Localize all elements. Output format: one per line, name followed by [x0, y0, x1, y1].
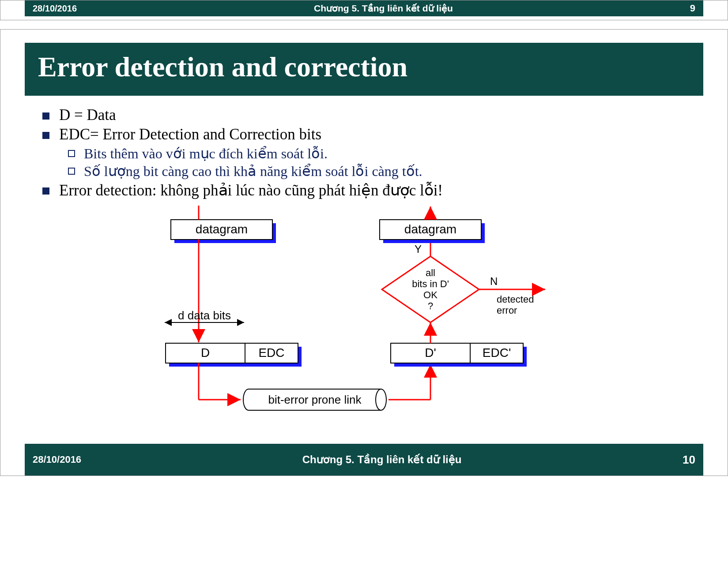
- check-line4: ?: [427, 300, 433, 311]
- square-bullet-icon: [42, 187, 49, 195]
- outline-square-bullet-icon: [68, 150, 75, 157]
- check-line1: all: [425, 267, 435, 278]
- bit-error-link-label: bit-error prone link: [268, 393, 362, 406]
- d-box-label: D: [200, 346, 209, 360]
- d-prime-box-label: D': [425, 346, 436, 360]
- y-label: Y: [414, 243, 421, 255]
- square-bullet-icon: [42, 132, 49, 139]
- datagram-left-label: datagram: [195, 222, 247, 236]
- square-bullet-icon: [42, 112, 49, 120]
- check-line3: OK: [423, 289, 438, 300]
- bullet-level1: Error detection: không phải lúc nào cũng…: [42, 181, 686, 199]
- bullet-text: Số lượng bit càng cao thì khả năng kiểm …: [84, 163, 422, 180]
- bullet-level1: D = Data: [42, 106, 686, 124]
- diagram: datagram d data bits D EDC: [42, 201, 686, 439]
- detected-label: detected: [497, 294, 534, 305]
- slide: Error detection and correction D = Data …: [25, 43, 703, 476]
- bullet-level1: EDC= Error Detection and Correction bits: [42, 126, 686, 143]
- svg-point-14: [376, 389, 386, 410]
- bullet-text: D = Data: [59, 106, 116, 124]
- footer-page-number: 10: [683, 453, 695, 467]
- slide-container: Error detection and correction D = Data …: [0, 29, 728, 476]
- edc-box-label: EDC: [258, 346, 284, 360]
- check-line2: bits in D': [412, 278, 449, 289]
- bullet-text: Error detection: không phải lúc nào cũng…: [59, 181, 443, 199]
- slide-footer: 28/10/2016 Chương 5. Tầng liên kết dữ li…: [25, 444, 703, 476]
- footer-chapter: Chương 5. Tầng liên kết dữ liệu: [314, 3, 453, 14]
- previous-slide-footer-container: 28/10/2016 Chương 5. Tầng liên kết dữ li…: [0, 0, 728, 20]
- bullet-text: Bits thêm vào với mục đích kiểm soát lỗi…: [84, 145, 328, 162]
- n-label: N: [490, 275, 498, 287]
- slide-title: Error detection and correction: [38, 51, 690, 83]
- outline-square-bullet-icon: [68, 168, 75, 175]
- d-data-bits-label: d data bits: [178, 309, 231, 322]
- previous-slide-footer: 28/10/2016 Chương 5. Tầng liên kết dữ li…: [25, 0, 703, 16]
- error-label: error: [497, 305, 517, 316]
- footer-date: 28/10/2016: [33, 454, 81, 465]
- bullet-level2: Bits thêm vào với mục đích kiểm soát lỗi…: [68, 145, 686, 162]
- footer-chapter: Chương 5. Tầng liên kết dữ liệu: [302, 453, 462, 466]
- footer-date: 28/10/2016: [33, 4, 77, 14]
- error-detection-diagram-svg: datagram d data bits D EDC: [148, 206, 581, 435]
- bullet-text: EDC= Error Detection and Correction bits: [59, 126, 321, 143]
- slide-header: Error detection and correction: [25, 43, 703, 96]
- footer-page-number: 9: [690, 3, 695, 14]
- datagram-right-label: datagram: [404, 222, 456, 236]
- bullet-level2: Số lượng bit càng cao thì khả năng kiểm …: [68, 163, 686, 180]
- slide-body: D = Data EDC= Error Detection and Correc…: [25, 96, 703, 444]
- edc-prime-box-label: EDC': [482, 346, 510, 360]
